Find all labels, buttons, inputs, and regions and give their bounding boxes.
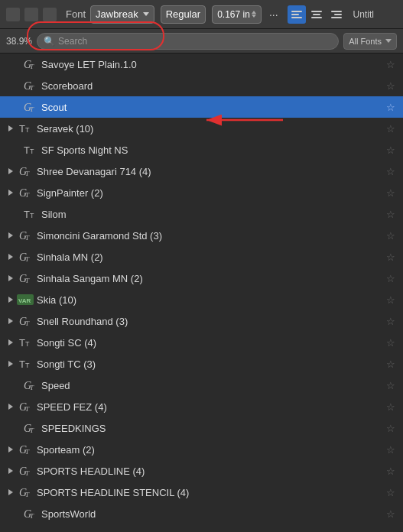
font-name-dropdown[interactable]: Jawbreak	[90, 5, 154, 24]
favorite-star-icon[interactable]: ☆	[385, 165, 397, 177]
font-list-item[interactable]: GT Simoncini Garamond Std (3) ☆	[0, 225, 403, 246]
favorite-star-icon[interactable]: ☆	[385, 294, 397, 306]
search-bar[interactable]: 🔍 Search	[37, 33, 339, 50]
expand-arrow-icon	[8, 275, 13, 281]
font-name-label: Savoye LET Plain.1.0	[41, 59, 385, 70]
svg-text:T: T	[25, 405, 30, 413]
ot-font-icon: GT	[18, 485, 32, 499]
favorite-star-icon[interactable]: ☆	[385, 208, 397, 220]
font-list-item[interactable]: GT SPEEDKINGS ☆	[0, 417, 403, 439]
font-type-icon: GT	[17, 249, 34, 264]
font-list-item[interactable]: VAR Skia (10) ☆	[0, 289, 403, 310]
icon1	[6, 8, 20, 21]
expand-arrow	[6, 274, 15, 283]
font-list-item[interactable]: TT Songti SC (4) ☆	[0, 332, 403, 353]
font-size-down-arrow	[252, 15, 256, 18]
font-list-item[interactable]: GT Savoye LET Plain.1.0 ☆	[0, 54, 403, 75]
font-type-icon: TT	[17, 121, 34, 136]
align-right-button[interactable]	[327, 5, 346, 24]
favorite-star-icon[interactable]: ☆	[385, 379, 397, 391]
font-type-icon: GT	[21, 57, 38, 72]
font-type-icon: GT	[21, 99, 38, 115]
svg-text:T: T	[25, 234, 30, 242]
svg-text:T: T	[30, 84, 34, 92]
svg-text:T: T	[25, 469, 30, 477]
font-list-item[interactable]: GT SignPainter (2) ☆	[0, 182, 403, 203]
ot-font-icon: GT	[18, 186, 32, 200]
filter-chevron-icon	[385, 39, 392, 43]
favorite-star-icon[interactable]: ☆	[385, 101, 397, 113]
expand-arrow	[6, 402, 15, 411]
font-list-item[interactable]: TT Silom ☆	[0, 203, 403, 225]
svg-text:T: T	[30, 384, 34, 391]
svg-text:T: T	[25, 255, 30, 263]
align-right-icon	[331, 11, 342, 18]
font-type-icon: GT	[17, 228, 34, 243]
tt-font-icon: TT	[23, 143, 37, 157]
svg-text:T: T	[24, 209, 30, 220]
font-list-item[interactable]: GT SPORTS HEADLINE (4) ☆	[0, 460, 403, 482]
font-list-item[interactable]: TT SF Sports Night NS ☆	[0, 139, 403, 161]
align-line1	[331, 11, 342, 12]
font-list-item[interactable]: TT Songti TC (3) ☆	[0, 353, 403, 375]
favorite-star-icon[interactable]: ☆	[385, 122, 397, 135]
favorite-star-icon[interactable]: ☆	[385, 144, 397, 156]
favorite-star-icon[interactable]: ☆	[385, 508, 397, 520]
font-list-item[interactable]: GT Sinhala MN (2) ☆	[0, 246, 403, 268]
align-left-button[interactable]	[288, 5, 306, 24]
favorite-star-icon[interactable]: ☆	[385, 358, 397, 370]
font-type-icon: GT	[21, 420, 38, 436]
font-list-item[interactable]: GT Snell Roundhand (3) ☆	[0, 310, 403, 332]
align-center-button[interactable]	[307, 5, 326, 24]
font-style-value: Regular	[166, 8, 201, 20]
ot-font-icon: GT	[23, 79, 37, 92]
font-list-item[interactable]: GT SportsWorld ☆	[0, 503, 403, 524]
expand-arrow-icon	[8, 361, 13, 367]
font-name-label: Sinhala MN (2)	[37, 251, 385, 263]
favorite-star-icon[interactable]: ☆	[385, 187, 397, 199]
search-icon: 🔍	[44, 36, 55, 47]
font-type-icon: GT	[17, 485, 34, 500]
search-toolbar: 38.9% 🔍 Search All Fonts	[0, 29, 403, 54]
expand-arrow-icon	[8, 254, 13, 260]
font-list-item[interactable]: GT Shree Devanagari 714 (4) ☆	[0, 161, 403, 182]
expand-arrow-icon	[8, 318, 13, 324]
icon3	[43, 8, 57, 21]
svg-text:T: T	[19, 358, 25, 370]
favorite-star-icon[interactable]: ☆	[385, 251, 397, 263]
favorite-star-icon[interactable]: ☆	[385, 58, 397, 70]
font-label: Font	[66, 8, 86, 20]
font-name-label: Speed	[41, 380, 385, 391]
font-name-label: Scout	[41, 102, 385, 113]
favorite-star-icon[interactable]: ☆	[385, 229, 397, 242]
svg-text:T: T	[25, 191, 30, 199]
font-type-icon: GT	[17, 185, 34, 200]
font-list-item[interactable]: GT SPEED FEZ (4) ☆	[0, 396, 403, 417]
font-list-item[interactable]: GT Sinhala Sangam MN (2) ☆	[0, 268, 403, 289]
font-style-dropdown[interactable]: Regular	[161, 5, 206, 24]
font-filter-dropdown[interactable]: All Fonts	[343, 33, 397, 50]
favorite-star-icon[interactable]: ☆	[385, 336, 397, 349]
expand-arrow	[6, 124, 15, 133]
expand-placeholder	[11, 145, 20, 154]
font-name-label: SPORTS HEADLINE STENCIL (4)	[37, 487, 385, 498]
more-options-button[interactable]: ···	[266, 7, 281, 22]
favorite-star-icon[interactable]: ☆	[385, 465, 397, 477]
font-list-item[interactable]: GT Scoreboard ☆	[0, 75, 403, 96]
favorite-star-icon[interactable]: ☆	[385, 272, 397, 284]
favorite-star-icon[interactable]: ☆	[385, 422, 397, 434]
tt-font-icon: TT	[18, 122, 32, 135]
favorite-star-icon[interactable]: ☆	[385, 486, 397, 498]
favorite-star-icon[interactable]: ☆	[385, 79, 397, 92]
svg-text:T: T	[19, 337, 25, 349]
font-list-item[interactable]: GT SPORTS HEADLINE STENCIL (4) ☆	[0, 482, 403, 503]
favorite-star-icon[interactable]: ☆	[385, 401, 397, 413]
font-list-item[interactable]: GT Sporteam (2) ☆	[0, 439, 403, 460]
font-list-item[interactable]: GT Speed ☆	[0, 375, 403, 396]
expand-placeholder	[11, 423, 20, 433]
font-list-item[interactable]: TT Seravek (10) ☆	[0, 118, 403, 139]
font-list-item[interactable]: GT Scout ☆	[0, 96, 403, 118]
favorite-star-icon[interactable]: ☆	[385, 315, 397, 327]
font-size-field[interactable]: 0.167 in	[212, 5, 262, 24]
favorite-star-icon[interactable]: ☆	[385, 443, 397, 456]
